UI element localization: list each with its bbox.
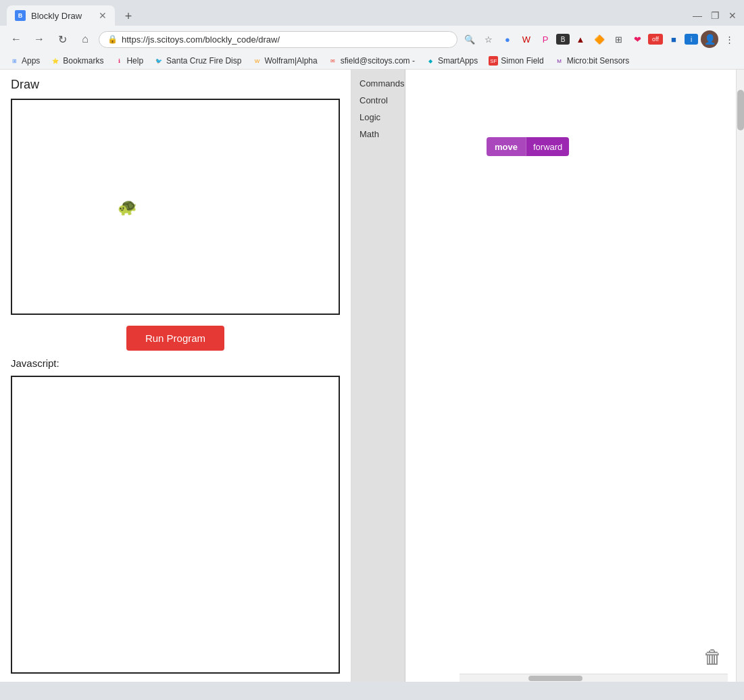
block-move-label: move (487, 137, 526, 156)
bookmark-email-label: sfield@scitoys.com - (341, 56, 415, 66)
javascript-label: Javascript: (11, 357, 340, 369)
extension-icon-8[interactable]: ❤ (629, 31, 645, 47)
bookmark-bookmarks-label: Bookmarks (63, 56, 103, 66)
scrollbar-thumb (737, 90, 744, 130)
microbit-favicon: M (555, 56, 564, 66)
reload-button[interactable]: ↻ (53, 30, 72, 49)
tab-bar: B Blockly Draw ✕ + (7, 5, 138, 26)
extension-icon-2[interactable]: W (518, 31, 535, 47)
bottom-scrollbar[interactable] (460, 674, 728, 682)
bookmark-help-label: Help (126, 56, 143, 66)
simonfield-favicon: SF (489, 56, 498, 66)
window-controls: — ❐ ✕ (693, 11, 737, 20)
turtle-icon: 🐢 (116, 197, 139, 219)
nav-bar: ← → ↻ ⌂ 🔒 🔍 ☆ ● W P B ▲ 🔶 ⊞ ❤ off ■ i 👤 … (0, 26, 744, 53)
extension-icon-10[interactable]: ■ (666, 31, 682, 47)
address-bar[interactable]: 🔒 (99, 31, 457, 48)
page-title: Draw (11, 78, 340, 92)
extension-icon-3[interactable]: P (537, 31, 553, 47)
search-icon[interactable]: 🔍 (462, 31, 478, 47)
home-button[interactable]: ⌂ (76, 30, 95, 49)
active-tab[interactable]: B Blockly Draw ✕ (7, 5, 115, 26)
bookmark-microbit-label: Micro:bit Sensors (567, 56, 630, 66)
bookmarks-bar: ⊞ Apps ⭐ Bookmarks ℹ Help 🐦 Santa Cruz F… (0, 53, 744, 70)
extension-icon-1[interactable]: ● (499, 31, 516, 47)
bookmark-smartapps-label: SmartApps (438, 56, 478, 66)
canvas-area: 🐢 (11, 99, 340, 315)
extension-icon-6[interactable]: 🔶 (591, 31, 607, 47)
extension-icon-9[interactable]: off (648, 34, 663, 45)
title-bar: B Blockly Draw ✕ + — ❐ ✕ (0, 0, 744, 26)
blockly-sidebar: Commands Control Logic Math (351, 70, 405, 682)
close-button[interactable]: ✕ (728, 11, 737, 20)
bottom-scrollbar-thumb (528, 676, 582, 681)
tab-title: Blockly Draw (31, 11, 82, 21)
bookmark-santacruz[interactable]: 🐦 Santa Cruz Fire Disp (151, 55, 244, 67)
back-button[interactable]: ← (7, 30, 26, 49)
bookmark-microbit[interactable]: M Micro:bit Sensors (552, 55, 633, 67)
extension-icon-7[interactable]: ⊞ (610, 31, 626, 47)
profile-icon[interactable]: 👤 (701, 30, 718, 48)
trash-icon[interactable]: 🗑 (703, 646, 722, 668)
bookmark-simonfield[interactable]: SF Simon Field (486, 55, 546, 67)
sidebar-item-commands[interactable]: Commands (357, 76, 399, 91)
bookmark-email[interactable]: ✉ sfield@scitoys.com - (326, 55, 418, 67)
url-input[interactable] (122, 34, 449, 45)
bookmark-help[interactable]: ℹ Help (111, 55, 146, 67)
maximize-button[interactable]: ❐ (710, 11, 720, 20)
move-block[interactable]: move forward (487, 137, 569, 156)
left-panel: Draw 🐢 Run Program Javascript: (0, 70, 351, 682)
sidebar-item-math[interactable]: Math (357, 127, 399, 141)
bookmark-apps[interactable]: ⊞ Apps (7, 55, 43, 67)
bookmark-smartapps[interactable]: ◆ SmartApps (423, 55, 480, 67)
bookmark-santacruz-label: Santa Cruz Fire Disp (166, 56, 241, 66)
browser-window: B Blockly Draw ✕ + — ❐ ✕ ← → ↻ ⌂ 🔒 🔍 ☆ ●… (0, 0, 744, 70)
star-icon[interactable]: ☆ (480, 31, 497, 47)
smartapps-favicon: ◆ (426, 56, 435, 66)
tab-favicon: B (15, 10, 26, 21)
email-favicon: ✉ (328, 56, 338, 66)
extension-icon-5[interactable]: ▲ (572, 31, 589, 47)
bookmark-bookmarks[interactable]: ⭐ Bookmarks (48, 55, 106, 67)
block-forward-label: forward (526, 137, 569, 156)
bookmark-apps-label: Apps (22, 56, 40, 66)
page-content: Draw 🐢 Run Program Javascript: Commands … (0, 70, 744, 682)
wolfram-favicon: W (252, 56, 262, 66)
minimize-button[interactable]: — (693, 11, 702, 20)
new-tab-button[interactable]: + (119, 7, 138, 26)
forward-button[interactable]: → (30, 30, 49, 49)
lock-icon: 🔒 (107, 34, 118, 44)
bookmarks-favicon: ⭐ (51, 56, 60, 66)
bookmark-simonfield-label: Simon Field (501, 56, 543, 66)
extension-icon-11[interactable]: i (685, 34, 698, 45)
santacruz-favicon: 🐦 (154, 56, 164, 66)
blockly-workspace[interactable]: move forward 🗑 (405, 70, 736, 682)
tab-close-button[interactable]: ✕ (99, 11, 107, 20)
run-program-button[interactable]: Run Program (126, 326, 224, 351)
javascript-output[interactable] (11, 376, 340, 674)
bookmark-wolfram-label: Wolfram|Alpha (264, 56, 317, 66)
help-favicon: ℹ (114, 56, 124, 66)
sidebar-item-logic[interactable]: Logic (357, 110, 399, 124)
apps-favicon: ⊞ (9, 56, 19, 66)
bookmark-wolfram[interactable]: W Wolfram|Alpha (249, 55, 320, 67)
nav-icons-right: 🔍 ☆ ● W P B ▲ 🔶 ⊞ ❤ off ■ i 👤 ⋮ (462, 30, 737, 48)
extension-icon-4[interactable]: B (556, 34, 570, 45)
menu-button[interactable]: ⋮ (721, 31, 737, 47)
right-scrollbar[interactable] (736, 70, 744, 682)
blockly-panel: Commands Control Logic Math move forward… (351, 70, 744, 682)
sidebar-item-control[interactable]: Control (357, 93, 399, 107)
